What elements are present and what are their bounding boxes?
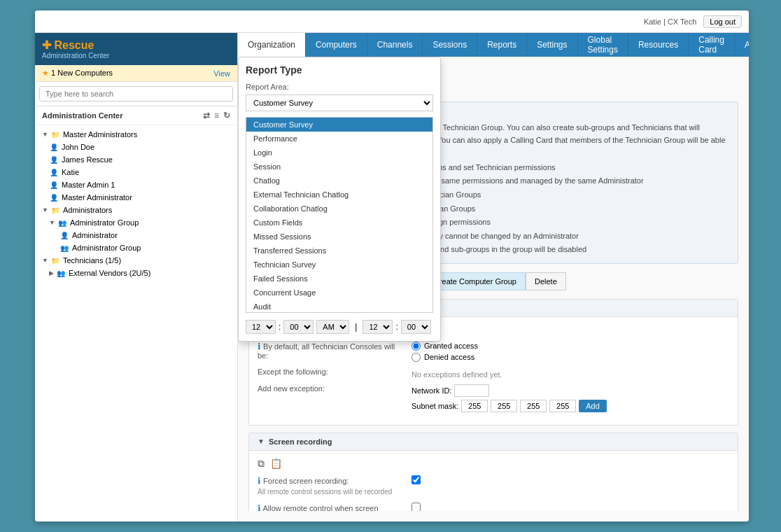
- sidebar-header: ✚ Rescue Administration Center: [35, 33, 237, 65]
- no-exceptions-text: No exceptions defined yet.: [411, 370, 729, 379]
- allow-rec-label: ℹ Allow remote control when screen recor…: [258, 503, 411, 511]
- nav-tabs: Organization Computers Channels Sessions…: [238, 33, 749, 57]
- ip-access-options: Granted access Denied access: [411, 342, 729, 362]
- help-icon[interactable]: ℹ: [258, 342, 261, 351]
- tab-channels[interactable]: Channels: [367, 33, 423, 57]
- technicians-item[interactable]: ▼ 📁 Technicians (1/5): [35, 254, 237, 267]
- view-link[interactable]: View: [213, 69, 230, 78]
- tree-katie[interactable]: 👤 Katie: [35, 166, 237, 178]
- tree-administrator[interactable]: 👤 Administrator: [35, 229, 237, 241]
- tab-resources[interactable]: Resources: [628, 33, 689, 57]
- tree-master-administrator[interactable]: 👤 Master Administrator: [35, 191, 237, 204]
- ampm1-select[interactable]: AM: [316, 320, 349, 334]
- report-area-dropdown[interactable]: Customer Survey: [246, 94, 433, 111]
- search-input[interactable]: [39, 86, 233, 102]
- granted-radio[interactable]: Granted access: [411, 342, 729, 351]
- report-items-list: Customer Survey Performance Login Sessio…: [246, 117, 433, 313]
- tab-calling-card[interactable]: Calling Card: [689, 33, 735, 57]
- admin-group-item[interactable]: ▼ 👥 Administrator Group: [35, 216, 237, 229]
- ip-exceptions-row: Except the following: No exceptions defi…: [258, 368, 729, 379]
- help-icon3[interactable]: ℹ: [258, 503, 261, 511]
- tab-settings[interactable]: Settings: [527, 33, 577, 57]
- report-item-login[interactable]: Login: [246, 146, 432, 160]
- min1-select[interactable]: 00: [283, 320, 314, 334]
- network-id-row: Network ID:: [411, 384, 729, 397]
- report-item-concurrent[interactable]: Concurrent Usage: [246, 286, 432, 300]
- subnet-row: Subnet mask: Add: [411, 400, 729, 412]
- subnet-2-input[interactable]: [491, 400, 517, 412]
- report-item-chatlog[interactable]: Chatlog: [246, 174, 432, 188]
- delete-button[interactable]: Delete: [526, 272, 566, 290]
- master-admins-item[interactable]: ▼ 📁 Master Administrators: [35, 128, 237, 141]
- subnet-4-input[interactable]: [549, 400, 576, 412]
- help-icon2[interactable]: ℹ: [258, 476, 261, 486]
- paste-icon2[interactable]: 📋: [270, 458, 282, 470]
- tree-john-doe[interactable]: 👤 John Doe: [35, 141, 237, 153]
- copy-icon2[interactable]: ⧉: [258, 458, 265, 470]
- report-area-label: Report Area:: [246, 83, 433, 91]
- admins-item[interactable]: ▼ 📁 Administrators: [35, 204, 237, 216]
- report-item-audit[interactable]: Audit: [246, 300, 432, 313]
- lines-icon: ≡: [214, 111, 219, 120]
- time-row: 12 : 00 AM | 12 :: [246, 320, 433, 334]
- min2-select[interactable]: 00: [401, 320, 431, 334]
- new-computers-bar: ★ 1 New Computers View: [35, 65, 237, 82]
- colon1: :: [279, 322, 281, 332]
- forced-rec-checkbox[interactable]: [411, 475, 421, 484]
- logout-button[interactable]: Log out: [703, 15, 742, 28]
- subnet-1-input[interactable]: [461, 400, 488, 412]
- report-item-failed[interactable]: Failed Sessions: [246, 272, 432, 286]
- hour2-select[interactable]: 12: [363, 320, 393, 334]
- colon2: :: [395, 322, 397, 332]
- admins-group: ▼ 📁 Administrators ▼ 👥 Administrator Gro…: [35, 204, 237, 254]
- forced-rec-row: ℹ Forced screen recording: All remote co…: [258, 475, 729, 497]
- plus-icon: ✚: [42, 39, 51, 51]
- forced-rec-label: ℹ Forced screen recording: All remote co…: [258, 475, 411, 497]
- screen-recording-body: ⧉ 📋 ℹ Forced screen recording: All remot…: [249, 451, 738, 511]
- forced-rec-content: [411, 475, 729, 486]
- denied-radio[interactable]: Denied access: [411, 353, 729, 362]
- tab-global-settings[interactable]: Global Settings: [578, 33, 628, 57]
- report-item-ext-chatlog[interactable]: External Technician Chatlog: [246, 188, 432, 202]
- hour1-select[interactable]: 12: [246, 320, 276, 334]
- report-item-transferred[interactable]: Transferred Sessions: [246, 244, 432, 258]
- allow-rec-row: ℹ Allow remote control when screen recor…: [258, 503, 729, 511]
- add-exception-button[interactable]: Add: [579, 400, 607, 412]
- report-item-missed[interactable]: Missed Sessions: [246, 230, 432, 244]
- tree-master-admin-1[interactable]: 👤 Master Admin 1: [35, 178, 237, 191]
- network-id-input[interactable]: [454, 384, 489, 397]
- refresh-icon[interactable]: ↻: [223, 111, 230, 120]
- report-item-custom-fields[interactable]: Custom Fields: [246, 216, 432, 230]
- ip-add-exception-content: Network ID: Subnet mask:: [411, 384, 729, 412]
- tab-account[interactable]: Account: [735, 33, 749, 57]
- allow-rec-checkbox[interactable]: [411, 503, 421, 511]
- subnet-label: Subnet mask:: [411, 402, 458, 410]
- report-item-session[interactable]: Session: [246, 160, 432, 174]
- external-vendors-item[interactable]: ▶ 👥 External Vendors (2U/5): [35, 267, 237, 279]
- ip-default-row: ℹ By default, all Technician Consoles wi…: [258, 342, 729, 362]
- report-type-title: Report Type: [246, 64, 433, 76]
- report-type-panel: Report Type Report Area: Customer Survey…: [238, 57, 441, 342]
- admin-center-label: Administration Center ⇄ ≡ ↻: [35, 106, 237, 125]
- user-label: Katie | CX Tech: [644, 18, 696, 26]
- tab-computers[interactable]: Computers: [306, 33, 367, 57]
- tab-reports[interactable]: Reports: [477, 33, 527, 57]
- report-item-collab-chatlog[interactable]: Collaboration Chatlog: [246, 202, 432, 216]
- report-item-customer-survey[interactable]: Customer Survey: [246, 118, 432, 132]
- admin-center-icons: ⇄ ≡ ↻: [203, 111, 230, 120]
- tree-administrator-group[interactable]: 👥 Administrator Group: [35, 241, 237, 254]
- screen-recording-panel: ▼ Screen recording ⧉ 📋 ℹ For: [248, 433, 738, 511]
- tab-sessions[interactable]: Sessions: [423, 33, 477, 57]
- report-item-performance[interactable]: Performance: [246, 132, 432, 146]
- admin-center-subtitle: Administration Center: [42, 52, 109, 59]
- arrows-icon: ⇄: [203, 111, 210, 120]
- tab-organization[interactable]: Organization: [238, 33, 306, 57]
- ip-exceptions-content: No exceptions defined yet.: [411, 368, 729, 379]
- tree-james-rescue[interactable]: 👤 James Rescue: [35, 153, 237, 166]
- subnet-3-input[interactable]: [520, 400, 547, 412]
- allow-rec-content: [411, 503, 729, 511]
- network-id-label: Network ID:: [411, 386, 451, 395]
- sidebar: ✚ Rescue Administration Center ★ 1 New C…: [35, 33, 238, 522]
- technicians-group: ▼ 📁 Technicians (1/5) ▶ 👥 External Vendo…: [35, 254, 237, 279]
- report-item-tech-survey[interactable]: Technician Survey: [246, 258, 432, 272]
